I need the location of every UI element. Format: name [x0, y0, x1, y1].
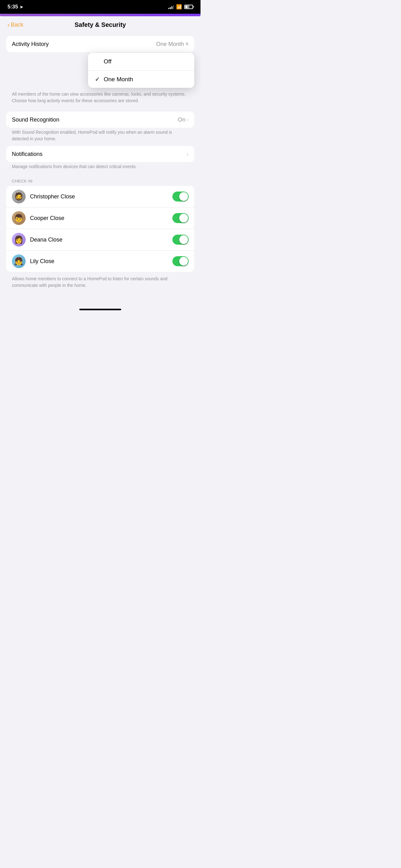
home-indicator [79, 309, 121, 310]
wifi-icon: 📶 [176, 4, 182, 10]
activity-history-desc-text: All members of the home can view accesso… [12, 92, 186, 103]
location-icon: ➤ [20, 5, 23, 9]
checkin-name-cooper: Cooper Close [30, 215, 168, 221]
avatar-cooper: 👦 [12, 211, 26, 225]
checkin-row-cooper: 👦 Cooper Close [6, 207, 194, 229]
activity-history-card: Activity History One Month ⇅ Off ✓ One M… [6, 36, 194, 52]
signal-bar-1 [168, 8, 169, 9]
activity-history-label: Activity History [12, 41, 49, 48]
sound-recognition-value: On › [178, 117, 189, 123]
dropdown-item-one-month[interactable]: ✓ One Month [88, 70, 194, 88]
dropdown-label-off: Off [104, 58, 111, 65]
checkin-row-christopher: 🧔 Christopher Close [6, 186, 194, 207]
toggle-knob-lily [179, 257, 188, 266]
status-time: 5:35 ➤ [7, 4, 23, 10]
home-indicator-area [0, 298, 201, 316]
checkin-row-deana: 👩 Deana Close [6, 229, 194, 250]
check-in-description: Allows home members to connect to a Home… [6, 274, 194, 292]
sound-recognition-desc-text: With Sound Recognition enabled, HomePod … [12, 130, 172, 141]
notifications-description: Manage notifications from devices that c… [6, 162, 194, 174]
time-display: 5:35 [7, 4, 18, 10]
checkin-row-lily: 👧 Lily Close [6, 250, 194, 272]
nav-bar: ‹ Back Safety & Security [0, 16, 201, 31]
content: Activity History One Month ⇅ Off ✓ One M… [0, 31, 201, 298]
dropdown-check-one-month: ✓ [95, 75, 104, 83]
check-in-section-header: CHECK IN [6, 174, 194, 186]
page-title: Safety & Security [75, 21, 126, 28]
toggle-knob-deana [179, 235, 188, 244]
sound-recognition-label: Sound Recognition [12, 117, 59, 123]
signal-bar-4 [173, 5, 174, 9]
signal-bar-2 [170, 7, 171, 9]
back-chevron-icon: ‹ [7, 21, 10, 28]
battery-text: 61 [185, 5, 193, 8]
activity-history-value-text: One Month [156, 41, 184, 48]
check-in-desc-text: Allows home members to connect to a Home… [12, 276, 167, 288]
accent-bar [0, 14, 201, 16]
check-in-header-text: CHECK IN [12, 179, 32, 183]
avatar-deana: 👩 [12, 233, 26, 247]
status-right: 📶 61 [168, 4, 193, 10]
toggle-lily[interactable] [172, 256, 189, 266]
activity-history-row[interactable]: Activity History One Month ⇅ [6, 36, 194, 52]
sound-recognition-card: Sound Recognition On › [6, 112, 194, 128]
status-bar: 5:35 ➤ 📶 61 [0, 0, 201, 14]
back-label: Back [11, 22, 24, 28]
notifications-label: Notifications [12, 151, 42, 157]
toggle-knob-cooper [179, 214, 188, 222]
checkin-name-lily: Lily Close [30, 258, 168, 265]
toggle-knob-christopher [179, 192, 188, 201]
sound-recognition-chevron-icon: › [187, 117, 189, 122]
activity-history-sort-icon: ⇅ [186, 42, 189, 46]
avatar-christopher: 🧔 [12, 190, 26, 204]
dropdown-label-one-month: One Month [104, 76, 133, 83]
notifications-desc-text: Manage notifications from devices that c… [12, 164, 137, 169]
toggle-deana[interactable] [172, 235, 189, 245]
checkin-name-deana: Deana Close [30, 237, 168, 243]
activity-history-description: All members of the home can view accesso… [6, 90, 194, 109]
toggle-cooper[interactable] [172, 213, 189, 223]
checkin-name-christopher: Christopher Close [30, 193, 168, 200]
dropdown-item-off[interactable]: Off [88, 53, 194, 70]
notifications-card: Notifications › [6, 146, 194, 162]
toggle-christopher[interactable] [172, 191, 189, 202]
activity-history-dropdown: Off ✓ One Month [88, 53, 194, 88]
back-button[interactable]: ‹ Back [7, 21, 24, 28]
notifications-row[interactable]: Notifications › [6, 146, 194, 162]
avatar-lily: 👧 [12, 254, 26, 268]
sound-recognition-value-text: On [178, 117, 186, 123]
signal-bars [168, 5, 174, 9]
sound-recognition-row[interactable]: Sound Recognition On › [6, 112, 194, 128]
check-in-card: 🧔 Christopher Close 👦 Cooper Close 👩 Dea… [6, 186, 194, 272]
signal-bar-3 [171, 6, 172, 9]
activity-history-value: One Month ⇅ [156, 41, 189, 48]
battery-indicator: 61 [184, 5, 193, 9]
notifications-chevron-icon: › [187, 151, 189, 158]
sound-recognition-description: With Sound Recognition enabled, HomePod … [6, 128, 194, 146]
